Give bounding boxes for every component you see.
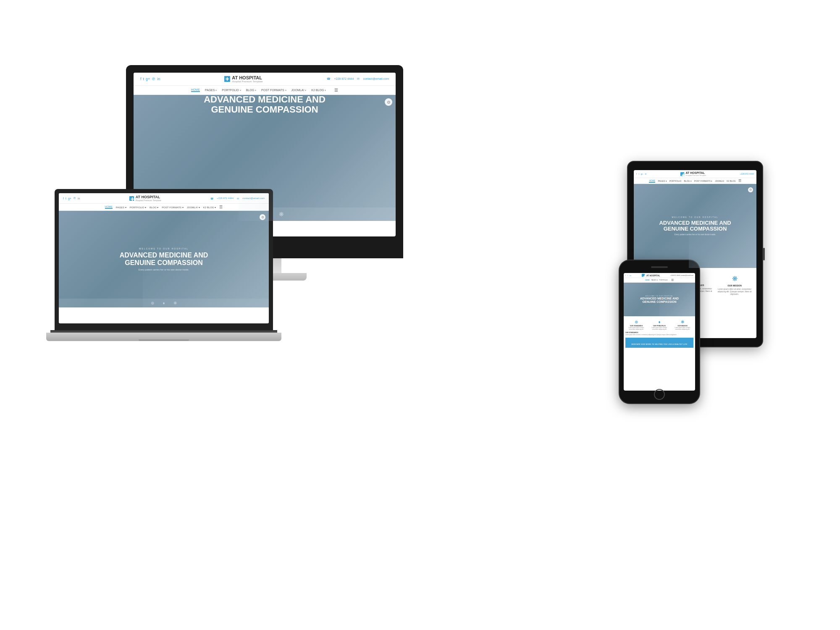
pi-icon[interactable]: ℗ xyxy=(152,77,155,81)
desktop-hero-title: ADVANCED MEDICINE AND GENUINE COMPASSION xyxy=(193,95,336,220)
li-icon[interactable]: in xyxy=(157,77,160,81)
tablet-power-button[interactable] xyxy=(763,248,765,260)
laptop-welcome: WELCOME TO OUR HOSPITAL xyxy=(109,247,218,250)
nav-blog[interactable]: BLOG ▾ xyxy=(246,89,256,92)
tablet-cross-icon xyxy=(680,172,684,176)
laptop-hero: WELCOME TO OUR HOSPITAL ADVANCED MEDICIN… xyxy=(59,211,269,307)
phone-cross-icon xyxy=(642,274,645,277)
tablet-mission-icon: ❋ xyxy=(716,275,753,283)
phone-brand: AT HOSPITAL xyxy=(646,274,660,277)
laptop-nav-portfolio[interactable]: PORTFOLIO ▾ xyxy=(130,206,146,209)
tablet-phone: +228 872 4444 xyxy=(740,173,754,175)
nav-postformats[interactable]: POST FORMATS ▾ xyxy=(261,89,286,92)
laptop-pi-icon[interactable]: ℗ xyxy=(73,197,76,200)
phone-nav: HOME PAGES ▾ PORTFOLIO ☰ xyxy=(624,278,695,283)
brand-name: AT HOSPITAL xyxy=(232,75,262,80)
desktop-logo: AT HOSPITAL Hospital Premium Template xyxy=(224,75,262,83)
phone-card-principles: ♦ OUR PRINCIPLES Lorem ipsum dolor sit a… xyxy=(648,320,670,330)
phone-hero-content: WELCOME TO OUR HOSPITAL ADVANCED MEDICIN… xyxy=(634,295,685,303)
nav-k2blog[interactable]: K2 BLOG ▾ xyxy=(311,89,326,92)
laptop-nav-home[interactable]: HOME xyxy=(105,205,113,209)
tablet-social: f t g+ in xyxy=(636,173,646,175)
phone-card-standards: ⊕ OUR STANDARDS Lorem ipsum dolor sit am… xyxy=(625,320,647,330)
tablet-nav-pages[interactable]: PAGES ▾ xyxy=(658,180,667,182)
tablet-mission-title: OUR MISSION xyxy=(716,284,753,287)
laptop-gear-button[interactable]: ⚙ xyxy=(260,214,265,220)
phone-dedicate-banner: DEDICATE OUR WORK TO HELPING YOU LIVE A … xyxy=(625,338,693,348)
phone-nav-pages[interactable]: PAGES ▾ xyxy=(651,279,658,281)
phone-tw-icon[interactable]: t xyxy=(627,274,628,276)
desktop-email: contact@email.com xyxy=(363,77,389,81)
email-icon: ✉ xyxy=(357,77,360,81)
nav-home[interactable]: HOME xyxy=(191,88,200,92)
tablet-welcome: WELCOME TO OUR HOSPITAL xyxy=(653,216,737,218)
phone-device: f t g+ AT HOSPITAL +228 872 4444 contact… xyxy=(620,260,699,403)
laptop-fb-icon[interactable]: f xyxy=(63,197,64,200)
hamburger-icon[interactable]: ☰ xyxy=(334,88,338,92)
phone-cards: ⊕ OUR STANDARDS Lorem ipsum dolor sit am… xyxy=(625,320,693,330)
phone-standards-text: Lorem ipsum dolor sit amet, consectetur … xyxy=(625,327,647,330)
phone-social: f t g+ xyxy=(625,274,632,276)
laptop-nav-pages[interactable]: PAGES ▾ xyxy=(116,206,126,209)
laptop-brand: AT HOSPITAL xyxy=(136,195,161,199)
tablet-mission-text: Lorem ipsum dolor sit amet, consectetur … xyxy=(716,288,753,296)
tablet-nav-joomla[interactable]: JOOMLA! xyxy=(715,180,724,182)
tablet-tw-icon[interactable]: t xyxy=(638,173,639,175)
tablet-nav-portfolio[interactable]: PORTFOLIO xyxy=(669,180,682,182)
tablet-contact: +228 872 4444 xyxy=(740,173,754,175)
desktop-phone: +228 872 4444 xyxy=(334,77,354,81)
phone-screen: f t g+ AT HOSPITAL +228 872 4444 contact… xyxy=(624,273,695,391)
phone-single-text: Lorem ipsum dolor sit amet, consectetur … xyxy=(625,334,693,336)
phone-principles-icon: ♦ xyxy=(648,320,670,324)
phone-home-button[interactable] xyxy=(654,389,665,400)
tablet-li-icon[interactable]: in xyxy=(645,173,646,175)
tablet-nav-k2blog[interactable]: K2 BLOG xyxy=(727,180,735,182)
fb-icon[interactable]: f xyxy=(140,77,142,81)
laptop-li-icon[interactable]: in xyxy=(78,197,80,200)
tablet-nav-home[interactable]: HOME xyxy=(649,179,655,183)
laptop-base xyxy=(46,333,281,341)
cross-icon xyxy=(224,76,230,82)
phone-nav-home[interactable]: HOME xyxy=(645,279,650,281)
tablet-hero: WELCOME TO OUR HOSPITAL ADVANCED MEDICIN… xyxy=(634,184,756,268)
laptop-gp-icon[interactable]: g+ xyxy=(68,197,71,200)
phone-fb-icon[interactable]: f xyxy=(625,274,626,276)
tablet-card-mission: ❋ OUR MISSION Lorem ipsum dolor sit amet… xyxy=(716,275,753,296)
desktop-gear-button[interactable]: ⚙ xyxy=(385,98,392,106)
laptop-cross-icon xyxy=(129,196,134,201)
phone-hero: WELCOME TO OUR HOSPITAL ADVANCED MEDICIN… xyxy=(624,283,695,316)
gp-icon[interactable]: g+ xyxy=(146,77,150,81)
tablet-nav-postformats[interactable]: POST FORMATS ▾ xyxy=(694,180,712,182)
phone-hero-title: ADVANCED MEDICINE AND GENUINE COMPASSION xyxy=(634,297,685,303)
phone-logo: AT HOSPITAL xyxy=(642,274,660,277)
laptop-brand-sub: Hospital Premium Template xyxy=(136,199,161,202)
phone-contact: +228 872 4444 contact@email.com xyxy=(670,275,693,276)
phone-standards-icon: ⊕ xyxy=(625,320,647,324)
tablet-gear-button[interactable]: ⚙ xyxy=(748,187,753,192)
phone-section: ⊕ OUR STANDARDS Lorem ipsum dolor sit am… xyxy=(624,316,695,350)
laptop-logo: AT HOSPITAL Hospital Premium Template xyxy=(129,195,161,202)
laptop-hero-title: ADVANCED MEDICINE AND GENUINE COMPASSION xyxy=(109,252,218,266)
laptop-nav-blog[interactable]: BLOG ▾ xyxy=(150,206,158,209)
tablet-nav-blog[interactable]: BLOG ▾ xyxy=(684,180,692,182)
tablet-brand-sub: Hospital Premium Template xyxy=(686,174,706,176)
tablet-brand: AT HOSPITAL xyxy=(686,171,706,174)
nav-pages[interactable]: PAGES ▾ xyxy=(205,89,217,92)
tw-icon[interactable]: t xyxy=(143,77,144,81)
scene: f t g+ ℗ in AT HOSPITAL Hospital Premium… xyxy=(0,0,840,630)
desktop-topbar: f t g+ ℗ in AT HOSPITAL Hospital Premium… xyxy=(134,73,396,86)
phone-nav-portfolio[interactable]: PORTFOLIO xyxy=(659,279,668,281)
phone-gp-icon[interactable]: g+ xyxy=(630,274,632,276)
laptop-tw-icon[interactable]: t xyxy=(66,197,66,200)
phone-mission-icon: ❋ xyxy=(672,320,693,324)
phone-hamburger[interactable]: ☰ xyxy=(671,278,674,282)
desktop-nav: HOME PAGES ▾ PORTFOLIO ▾ BLOG ▾ POST FOR… xyxy=(134,86,396,95)
laptop-nav-postformats[interactable]: POST FORMATS ▾ xyxy=(162,206,183,209)
nav-joomla[interactable]: JOOMLA! ▾ xyxy=(291,89,307,92)
phone-number: +228 872 4444 xyxy=(670,275,680,276)
tablet-nav: HOME PAGES ▾ PORTFOLIO BLOG ▾ POST FORMA… xyxy=(634,178,756,184)
tablet-fb-icon[interactable]: f xyxy=(636,173,637,175)
nav-portfolio[interactable]: PORTFOLIO ▾ xyxy=(222,89,241,92)
tablet-gp-icon[interactable]: g+ xyxy=(641,173,643,175)
tablet-hamburger[interactable]: ☰ xyxy=(738,179,741,183)
